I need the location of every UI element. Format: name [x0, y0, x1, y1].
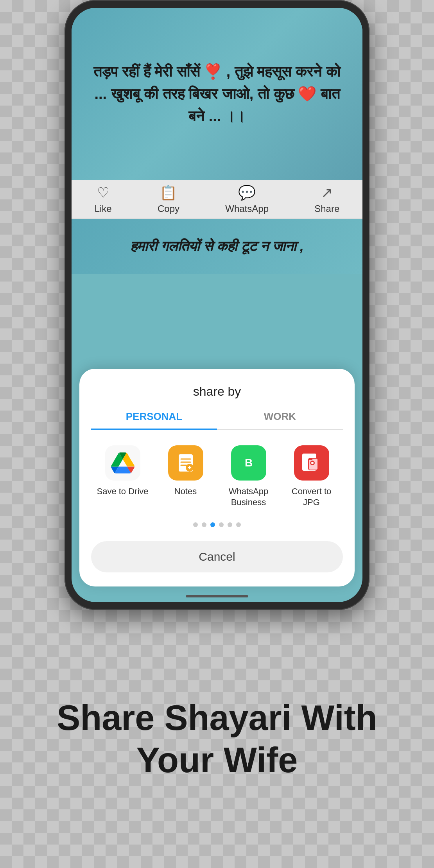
svg-text:B: B — [244, 457, 252, 469]
phone-device: तड़प रहीं हैं मेरी साँसें ❣️ , तुझे महसू… — [65, 0, 369, 610]
whatsapp-business-button[interactable]: B WhatsApp Business — [221, 445, 276, 508]
drive-label: Save to Drive — [97, 486, 148, 497]
dot-5 — [228, 522, 232, 527]
copy-button[interactable]: 📋 Copy — [158, 185, 179, 214]
save-to-drive-button[interactable]: Save to Drive — [95, 445, 150, 508]
cancel-button[interactable]: Cancel — [91, 541, 343, 572]
share-tabs: PERSONAL WORK — [91, 411, 343, 430]
convert-jpg-button[interactable]: Convert to JPG — [284, 445, 339, 508]
shayari-card: तड़प रहीं हैं मेरी साँसें ❣️ , तुझे महसू… — [72, 8, 362, 180]
like-button[interactable]: ♡ Like — [95, 185, 112, 214]
bottom-caption-text: Share Shayari With Your Wife — [0, 697, 434, 781]
copy-label: Copy — [158, 203, 179, 214]
whatsapp-icon: 💬 — [238, 185, 256, 201]
svg-point-13 — [311, 462, 314, 464]
tab-personal[interactable]: PERSONAL — [91, 411, 217, 429]
dot-1 — [193, 522, 198, 527]
whatsapp-business-icon: B — [231, 445, 266, 481]
share-label: Share — [314, 203, 339, 214]
drive-icon — [105, 445, 140, 481]
share-dialog-title: share by — [91, 384, 343, 399]
like-label: Like — [95, 203, 112, 214]
shayari-area-2: हमारी गलतियों से कही टूट न जाना , — [72, 219, 362, 274]
share-apps-grid: Save to Drive — [91, 445, 343, 508]
whatsapp-label: WhatsApp — [225, 203, 269, 214]
shayari-text-2: हमारी गलतियों से कही टूट न जाना , — [130, 238, 304, 255]
heart-icon: ♡ — [97, 185, 109, 201]
action-bar: ♡ Like 📋 Copy 💬 WhatsApp ↗ Share — [72, 180, 362, 219]
notes-label: Notes — [174, 486, 197, 497]
shayari-text-main: तड़प रहीं हैं मेरी साँसें ❣️ , तुझे महसू… — [91, 61, 343, 127]
bottom-caption-area: Share Shayari With Your Wife — [0, 610, 434, 868]
dot-4 — [219, 522, 224, 527]
whatsapp-business-label: WhatsApp Business — [221, 486, 276, 508]
share-button[interactable]: ↗ Share — [314, 185, 339, 214]
whatsapp-button[interactable]: 💬 WhatsApp — [225, 185, 269, 214]
copy-icon: 📋 — [160, 185, 177, 201]
share-icon: ↗ — [321, 185, 333, 201]
convert-jpg-icon — [294, 445, 329, 481]
convert-jpg-label: Convert to JPG — [284, 486, 339, 508]
phone-screen: तड़प रहीं हैं मेरी साँसें ❣️ , तुझे महसू… — [72, 8, 362, 602]
page-dots — [91, 522, 343, 527]
dot-6 — [236, 522, 241, 527]
notes-icon — [168, 445, 203, 481]
home-indicator — [186, 595, 248, 597]
dot-3 — [210, 522, 215, 527]
notes-button[interactable]: Notes — [158, 445, 213, 508]
svg-rect-14 — [309, 458, 312, 460]
phone-body: तड़प रहीं हैं मेरी साँसें ❣️ , तुझे महसू… — [65, 0, 369, 610]
dot-2 — [202, 522, 206, 527]
share-dialog: share by PERSONAL WORK — [79, 369, 355, 586]
tab-work[interactable]: WORK — [217, 411, 343, 429]
